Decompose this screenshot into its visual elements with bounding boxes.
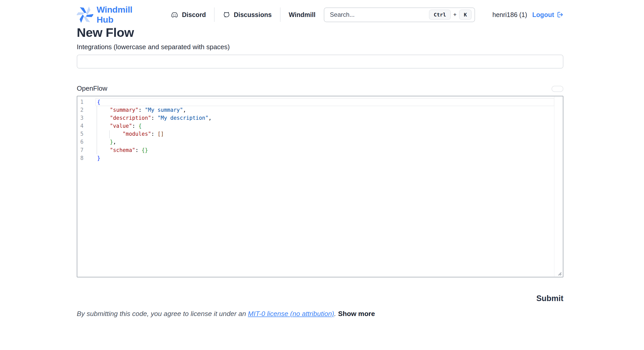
code-token: : <box>151 115 158 121</box>
code-line[interactable]: 5 "modules": [] <box>77 130 563 138</box>
code-token: "My description" <box>158 115 208 121</box>
code-line-content[interactable]: "description": "My description", <box>96 114 554 122</box>
code-token: "My summary" <box>145 107 183 113</box>
code-line-content[interactable]: "summary": "My summary", <box>96 106 554 114</box>
code-line-content[interactable]: }, <box>96 138 554 146</box>
discord-icon <box>171 11 179 18</box>
license-text: By submitting this code, you agree to li… <box>77 310 248 318</box>
code-token: [] <box>158 131 164 137</box>
code-line[interactable]: 8} <box>77 154 563 162</box>
code-token: : <box>132 123 139 129</box>
code-token: , <box>113 139 116 145</box>
submit-button[interactable]: Submit <box>536 294 563 303</box>
code-line-content[interactable]: "schema": {} <box>96 146 554 154</box>
nav-label: Discussions <box>234 11 272 19</box>
code-token: "description" <box>110 115 151 121</box>
openflow-label: OpenFlow <box>77 84 107 92</box>
line-number: 3 <box>77 114 83 122</box>
windmill-logo-icon <box>77 6 93 23</box>
search-input[interactable]: Search... Ctrl + K <box>324 7 475 22</box>
resize-grip-icon[interactable] <box>557 271 562 276</box>
code-token <box>97 139 110 145</box>
code-token: "value" <box>110 123 132 129</box>
line-number: 4 <box>77 122 83 130</box>
kbd-k: K <box>459 10 471 20</box>
page-container: Windmill Hub Discord <box>77 0 563 318</box>
code-line[interactable]: 4 "value": { <box>77 122 563 130</box>
code-token: "modules" <box>123 131 151 137</box>
main-nav: Discord Discussions Windmill <box>171 7 324 22</box>
kbd-ctrl: Ctrl <box>429 10 451 20</box>
code-token: } <box>97 155 100 161</box>
header: Windmill Hub Discord <box>77 0 563 23</box>
code-token: , <box>183 107 186 113</box>
code-token <box>97 123 110 129</box>
integrations-label: Integrations (lowercase and separated wi… <box>77 43 563 51</box>
code-token: { <box>97 99 100 105</box>
username: henri186 (1) <box>493 11 527 19</box>
show-more-button[interactable]: Show more <box>338 310 375 318</box>
github-discussions-icon <box>223 11 230 19</box>
nav-label: Windmill <box>289 11 316 19</box>
logo-text: Windmill Hub <box>97 5 145 25</box>
code-token: { <box>138 123 141 129</box>
logout-icon <box>556 11 563 18</box>
code-line[interactable]: 7 "schema": {} <box>77 146 563 154</box>
license-link[interactable]: MIT-0 license (no attribution) <box>248 310 334 318</box>
nav-item-windmill[interactable]: Windmill <box>281 11 324 19</box>
line-number: 1 <box>77 98 83 106</box>
nav-label: Discord <box>182 11 206 19</box>
line-number: 7 <box>77 146 83 154</box>
openflow-row: OpenFlow <box>77 84 563 92</box>
code-line-content[interactable]: } <box>96 154 554 162</box>
code-token <box>97 147 110 153</box>
code-token: } <box>110 139 113 145</box>
code-line[interactable]: 6 }, <box>77 138 563 146</box>
search-placeholder: Search... <box>330 11 429 18</box>
integrations-input[interactable] <box>77 55 563 69</box>
logout-label: Logout <box>532 11 554 19</box>
code-token: , <box>208 115 211 121</box>
nav-item-discord[interactable]: Discord <box>171 11 214 19</box>
openflow-editor[interactable]: 1{2 "summary": "My summary",3 "descripti… <box>77 96 563 277</box>
indent-guide <box>109 130 110 138</box>
logout-button[interactable]: Logout <box>532 11 563 19</box>
code-token: : <box>138 107 145 113</box>
line-number: 6 <box>77 138 83 146</box>
code-token: {} <box>142 147 148 153</box>
code-line[interactable]: 1{ <box>77 98 563 106</box>
code-token: : <box>151 131 158 137</box>
line-number: 2 <box>77 106 83 114</box>
code-token <box>97 131 123 137</box>
nav-item-discussions[interactable]: Discussions <box>215 11 280 19</box>
code-line-content[interactable]: { <box>96 98 554 106</box>
code-token: : <box>135 147 142 153</box>
line-number: 8 <box>77 154 83 162</box>
indent-guide <box>97 106 97 154</box>
kbd-plus: + <box>453 11 457 18</box>
code-line-content[interactable]: "modules": [] <box>96 130 554 138</box>
code-token <box>97 107 110 113</box>
overview-ruler <box>554 96 555 277</box>
license-note: By submitting this code, you agree to li… <box>77 310 563 318</box>
code-line-content[interactable]: "value": { <box>96 122 554 130</box>
line-number: 5 <box>77 130 83 138</box>
user-area: henri186 (1) Logout <box>493 11 564 19</box>
code-token <box>97 115 110 121</box>
code-line[interactable]: 3 "description": "My description", <box>77 114 563 122</box>
code-line[interactable]: 2 "summary": "My summary", <box>77 106 563 114</box>
logo[interactable]: Windmill Hub <box>77 5 145 25</box>
license-suffix: . <box>334 310 336 318</box>
submit-row: Submit <box>77 294 563 303</box>
editor-lines: 1{2 "summary": "My summary",3 "descripti… <box>77 98 563 162</box>
editor-toggle[interactable] <box>552 86 563 92</box>
code-token: "summary" <box>110 107 138 113</box>
code-token: "schema" <box>110 147 135 153</box>
page-title: New Flow <box>77 25 563 40</box>
